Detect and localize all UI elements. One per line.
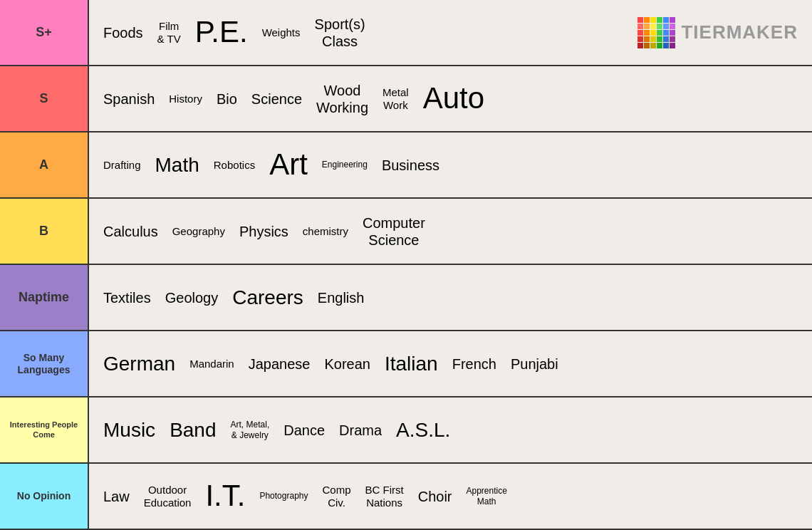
tier-label-b: B: [0, 199, 89, 264]
tier-content-languages: GermanMandarinJapaneseKoreanItalianFrenc…: [89, 331, 812, 396]
tier-item[interactable]: Geology: [160, 286, 224, 309]
tier-content-s: SpanishHistoryBioScienceWood WorkingMeta…: [89, 66, 812, 131]
tier-content-a: DraftingMathRoboticsArtEngineeringBusine…: [89, 132, 812, 197]
tier-item[interactable]: Science: [246, 88, 308, 110]
tier-item[interactable]: History: [163, 90, 208, 108]
tier-item[interactable]: Engineering: [316, 157, 373, 172]
tier-item[interactable]: Italian: [379, 349, 444, 379]
tier-item[interactable]: Physics: [234, 220, 294, 243]
tier-item[interactable]: A.S.L.: [390, 415, 456, 445]
tier-item[interactable]: Auto: [417, 78, 490, 119]
tier-item[interactable]: Drama: [333, 419, 387, 442]
logo-text: TIERMAKER: [681, 21, 798, 43]
tier-item[interactable]: Mandarin: [184, 355, 240, 373]
tier-item[interactable]: Music: [98, 415, 161, 445]
tier-label-languages: So Many Languages: [0, 331, 89, 396]
tier-row-splus: S+FoodsFilm & TVP.E.WeightsSport(s) Clas…: [0, 0, 812, 66]
tier-item[interactable]: Math: [150, 150, 205, 180]
tier-label-interesting: Interesting People Come: [0, 398, 89, 462]
tier-item[interactable]: Art, Metal, & Jewelry: [225, 417, 276, 443]
tier-item[interactable]: Punjabi: [505, 353, 564, 375]
tier-item[interactable]: Dance: [278, 419, 330, 442]
tier-row-a: ADraftingMathRoboticsArtEngineeringBusin…: [0, 132, 812, 199]
tier-item[interactable]: Robotics: [208, 156, 261, 175]
tier-row-naptime: NaptimeTextilesGeologyCareersEnglish: [0, 265, 812, 331]
tier-item[interactable]: Bio: [211, 88, 243, 110]
tier-item[interactable]: Outdoor Education: [138, 481, 197, 512]
tier-label-s: S: [0, 66, 89, 131]
tier-item[interactable]: Film & TV: [152, 17, 187, 48]
tier-item[interactable]: Weights: [256, 24, 306, 42]
pixel-logo: [637, 17, 675, 48]
tier-content-naptime: TextilesGeologyCareersEnglish: [89, 265, 812, 330]
tier-item[interactable]: Calculus: [98, 220, 164, 243]
tier-item[interactable]: Law: [98, 485, 135, 508]
tier-item[interactable]: BC First Nations: [360, 481, 410, 512]
tier-row-interesting: Interesting People ComeMusicBandArt, Met…: [0, 398, 812, 464]
tier-item[interactable]: Art: [264, 144, 313, 185]
tier-item[interactable]: Comp Civ.: [317, 481, 357, 512]
tier-content-interesting: MusicBandArt, Metal, & JewelryDanceDrama…: [89, 398, 812, 462]
tier-item[interactable]: Foods: [98, 21, 149, 44]
tier-row-noopinion: No OpinionLawOutdoor EducationI.T.Photog…: [0, 464, 812, 530]
tier-item[interactable]: French: [447, 353, 502, 375]
tier-item[interactable]: Japanese: [243, 353, 316, 375]
tier-row-languages: So Many LanguagesGermanMandarinJapaneseK…: [0, 331, 812, 398]
tier-content-b: CalculusGeographyPhysicschemistryCompute…: [89, 199, 812, 264]
logo-area: TIERMAKER: [637, 17, 803, 48]
tier-item[interactable]: Spanish: [98, 88, 160, 110]
tier-row-s: SSpanishHistoryBioScienceWood WorkingMet…: [0, 66, 812, 132]
tier-item[interactable]: English: [312, 286, 370, 309]
tier-label-splus: S+: [0, 0, 89, 65]
tier-item[interactable]: Photography: [254, 488, 313, 504]
tier-content-noopinion: LawOutdoor EducationI.T.PhotographyComp …: [89, 464, 812, 529]
tier-item[interactable]: Textiles: [98, 286, 157, 309]
tier-item[interactable]: Band: [164, 415, 222, 445]
tier-item[interactable]: German: [98, 349, 181, 379]
tier-item[interactable]: Metal Work: [377, 83, 415, 115]
tier-label-naptime: Naptime: [0, 265, 89, 330]
tier-item[interactable]: Apprentice Math: [460, 483, 512, 509]
tier-item[interactable]: Geography: [167, 222, 231, 241]
tier-item[interactable]: chemistry: [297, 222, 354, 241]
tier-row-b: BCalculusGeographyPhysicschemistryComput…: [0, 199, 812, 265]
tier-label-noopinion: No Opinion: [0, 464, 89, 529]
tier-item[interactable]: Computer Science: [357, 212, 431, 251]
tier-item[interactable]: Business: [376, 154, 445, 177]
tier-list: S+FoodsFilm & TVP.E.WeightsSport(s) Clas…: [0, 0, 812, 530]
tier-item[interactable]: I.T.: [199, 475, 251, 516]
tier-item[interactable]: Drafting: [98, 156, 147, 175]
tier-content-splus: FoodsFilm & TVP.E.WeightsSport(s) ClassT…: [89, 0, 812, 65]
tier-label-a: A: [0, 132, 89, 197]
tier-item[interactable]: Sport(s) Class: [309, 13, 371, 53]
tier-item[interactable]: Korean: [318, 353, 376, 375]
tier-item[interactable]: Careers: [227, 283, 309, 313]
tier-item[interactable]: Wood Working: [311, 79, 374, 119]
tier-item[interactable]: P.E.: [189, 11, 254, 53]
tier-item[interactable]: Choir: [412, 485, 458, 508]
